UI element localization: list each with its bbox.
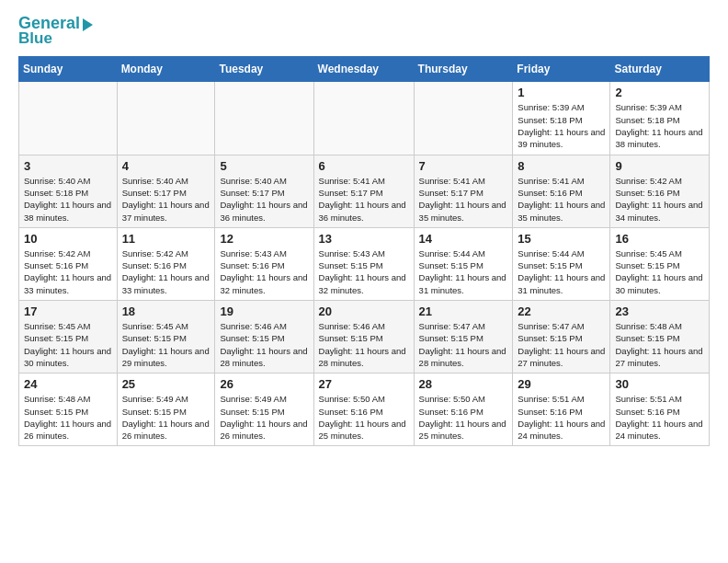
weekday-header-monday: Monday bbox=[117, 57, 215, 82]
day-number: 21 bbox=[419, 304, 508, 318]
day-number: 15 bbox=[518, 232, 605, 246]
day-number: 20 bbox=[319, 304, 409, 318]
calendar-table: SundayMondayTuesdayWednesdayThursdayFrid… bbox=[18, 56, 710, 446]
calendar-cell: 27Sunrise: 5:50 AM Sunset: 5:16 PM Dayli… bbox=[313, 373, 414, 446]
calendar-cell: 19Sunrise: 5:46 AM Sunset: 5:15 PM Dayli… bbox=[215, 301, 313, 373]
calendar-cell: 13Sunrise: 5:43 AM Sunset: 5:15 PM Dayli… bbox=[313, 227, 414, 300]
day-number: 11 bbox=[122, 232, 210, 246]
calendar-week-5: 24Sunrise: 5:48 AM Sunset: 5:15 PM Dayli… bbox=[19, 373, 710, 446]
logo: General Blue bbox=[18, 15, 93, 47]
calendar-cell: 5Sunrise: 5:40 AM Sunset: 5:17 PM Daylig… bbox=[215, 155, 313, 227]
day-number: 24 bbox=[24, 377, 112, 391]
day-number: 5 bbox=[220, 159, 308, 173]
calendar-cell: 24Sunrise: 5:48 AM Sunset: 5:15 PM Dayli… bbox=[19, 373, 118, 446]
day-number: 16 bbox=[615, 232, 704, 246]
calendar-cell bbox=[313, 82, 414, 155]
day-info: Sunrise: 5:49 AM Sunset: 5:15 PM Dayligh… bbox=[220, 393, 308, 442]
day-info: Sunrise: 5:45 AM Sunset: 5:15 PM Dayligh… bbox=[24, 320, 112, 369]
day-info: Sunrise: 5:49 AM Sunset: 5:15 PM Dayligh… bbox=[122, 393, 210, 442]
calendar-cell: 15Sunrise: 5:44 AM Sunset: 5:15 PM Dayli… bbox=[513, 227, 610, 300]
calendar-cell: 14Sunrise: 5:44 AM Sunset: 5:15 PM Dayli… bbox=[414, 227, 513, 300]
calendar-header-row: SundayMondayTuesdayWednesdayThursdayFrid… bbox=[19, 57, 710, 82]
calendar-cell: 30Sunrise: 5:51 AM Sunset: 5:16 PM Dayli… bbox=[610, 373, 710, 446]
calendar-week-2: 3Sunrise: 5:40 AM Sunset: 5:18 PM Daylig… bbox=[19, 155, 710, 227]
day-number: 14 bbox=[419, 232, 508, 246]
day-info: Sunrise: 5:47 AM Sunset: 5:15 PM Dayligh… bbox=[419, 320, 508, 369]
day-info: Sunrise: 5:44 AM Sunset: 5:15 PM Dayligh… bbox=[518, 247, 605, 296]
day-info: Sunrise: 5:42 AM Sunset: 5:16 PM Dayligh… bbox=[24, 247, 112, 296]
calendar-cell: 22Sunrise: 5:47 AM Sunset: 5:15 PM Dayli… bbox=[513, 301, 610, 373]
day-info: Sunrise: 5:41 AM Sunset: 5:16 PM Dayligh… bbox=[518, 175, 605, 224]
day-number: 28 bbox=[419, 377, 508, 391]
calendar-cell: 9Sunrise: 5:42 AM Sunset: 5:16 PM Daylig… bbox=[610, 155, 710, 227]
day-info: Sunrise: 5:40 AM Sunset: 5:17 PM Dayligh… bbox=[122, 175, 210, 224]
calendar-cell bbox=[215, 82, 313, 155]
calendar-cell: 7Sunrise: 5:41 AM Sunset: 5:17 PM Daylig… bbox=[414, 155, 513, 227]
calendar-cell: 1Sunrise: 5:39 AM Sunset: 5:18 PM Daylig… bbox=[513, 82, 610, 155]
day-number: 8 bbox=[518, 159, 605, 173]
calendar-cell: 28Sunrise: 5:50 AM Sunset: 5:16 PM Dayli… bbox=[414, 373, 513, 446]
calendar-cell: 23Sunrise: 5:48 AM Sunset: 5:15 PM Dayli… bbox=[610, 301, 710, 373]
day-info: Sunrise: 5:45 AM Sunset: 5:15 PM Dayligh… bbox=[122, 320, 210, 369]
day-number: 18 bbox=[122, 304, 210, 318]
day-number: 22 bbox=[518, 304, 605, 318]
calendar-cell: 10Sunrise: 5:42 AM Sunset: 5:16 PM Dayli… bbox=[19, 227, 118, 300]
calendar-cell: 11Sunrise: 5:42 AM Sunset: 5:16 PM Dayli… bbox=[117, 227, 215, 300]
day-number: 23 bbox=[615, 304, 704, 318]
day-number: 25 bbox=[122, 377, 210, 391]
day-info: Sunrise: 5:39 AM Sunset: 5:18 PM Dayligh… bbox=[518, 101, 605, 150]
day-number: 30 bbox=[615, 377, 704, 391]
calendar-cell: 25Sunrise: 5:49 AM Sunset: 5:15 PM Dayli… bbox=[117, 373, 215, 446]
day-info: Sunrise: 5:45 AM Sunset: 5:15 PM Dayligh… bbox=[615, 247, 704, 296]
calendar-week-1: 1Sunrise: 5:39 AM Sunset: 5:18 PM Daylig… bbox=[19, 82, 710, 155]
day-number: 4 bbox=[122, 159, 210, 173]
day-info: Sunrise: 5:42 AM Sunset: 5:16 PM Dayligh… bbox=[122, 247, 210, 296]
day-info: Sunrise: 5:51 AM Sunset: 5:16 PM Dayligh… bbox=[615, 393, 704, 442]
day-info: Sunrise: 5:48 AM Sunset: 5:15 PM Dayligh… bbox=[24, 393, 112, 442]
calendar-cell: 4Sunrise: 5:40 AM Sunset: 5:17 PM Daylig… bbox=[117, 155, 215, 227]
day-number: 17 bbox=[24, 304, 112, 318]
logo-text-line2: Blue bbox=[18, 30, 52, 48]
calendar-cell: 21Sunrise: 5:47 AM Sunset: 5:15 PM Dayli… bbox=[414, 301, 513, 373]
day-number: 7 bbox=[419, 159, 508, 173]
day-number: 29 bbox=[518, 377, 605, 391]
calendar-cell bbox=[117, 82, 215, 155]
calendar-week-4: 17Sunrise: 5:45 AM Sunset: 5:15 PM Dayli… bbox=[19, 301, 710, 373]
page: General Blue SundayMondayTuesdayWednesda… bbox=[0, 0, 728, 461]
calendar-cell: 17Sunrise: 5:45 AM Sunset: 5:15 PM Dayli… bbox=[19, 301, 118, 373]
day-number: 26 bbox=[220, 377, 308, 391]
calendar-cell: 18Sunrise: 5:45 AM Sunset: 5:15 PM Dayli… bbox=[117, 301, 215, 373]
day-number: 27 bbox=[319, 377, 409, 391]
day-info: Sunrise: 5:50 AM Sunset: 5:16 PM Dayligh… bbox=[419, 393, 508, 442]
weekday-header-thursday: Thursday bbox=[414, 57, 513, 82]
weekday-header-friday: Friday bbox=[513, 57, 610, 82]
day-info: Sunrise: 5:40 AM Sunset: 5:17 PM Dayligh… bbox=[220, 175, 308, 224]
calendar-cell: 20Sunrise: 5:46 AM Sunset: 5:15 PM Dayli… bbox=[313, 301, 414, 373]
day-number: 3 bbox=[24, 159, 112, 173]
calendar-cell: 26Sunrise: 5:49 AM Sunset: 5:15 PM Dayli… bbox=[215, 373, 313, 446]
day-number: 1 bbox=[518, 86, 605, 99]
day-number: 12 bbox=[220, 232, 308, 246]
day-info: Sunrise: 5:48 AM Sunset: 5:15 PM Dayligh… bbox=[615, 320, 704, 369]
calendar-cell bbox=[414, 82, 513, 155]
calendar-cell: 3Sunrise: 5:40 AM Sunset: 5:18 PM Daylig… bbox=[19, 155, 118, 227]
day-info: Sunrise: 5:41 AM Sunset: 5:17 PM Dayligh… bbox=[419, 175, 508, 224]
calendar-cell: 2Sunrise: 5:39 AM Sunset: 5:18 PM Daylig… bbox=[610, 82, 710, 155]
day-info: Sunrise: 5:41 AM Sunset: 5:17 PM Dayligh… bbox=[319, 175, 409, 224]
day-number: 19 bbox=[220, 304, 308, 318]
header: General Blue bbox=[18, 15, 710, 47]
calendar-cell: 29Sunrise: 5:51 AM Sunset: 5:16 PM Dayli… bbox=[513, 373, 610, 446]
calendar-cell: 16Sunrise: 5:45 AM Sunset: 5:15 PM Dayli… bbox=[610, 227, 710, 300]
calendar-cell: 6Sunrise: 5:41 AM Sunset: 5:17 PM Daylig… bbox=[313, 155, 414, 227]
calendar-cell bbox=[19, 82, 118, 155]
day-number: 6 bbox=[319, 159, 409, 173]
day-info: Sunrise: 5:43 AM Sunset: 5:16 PM Dayligh… bbox=[220, 247, 308, 296]
day-info: Sunrise: 5:51 AM Sunset: 5:16 PM Dayligh… bbox=[518, 393, 605, 442]
day-info: Sunrise: 5:46 AM Sunset: 5:15 PM Dayligh… bbox=[319, 320, 409, 369]
day-info: Sunrise: 5:39 AM Sunset: 5:18 PM Dayligh… bbox=[615, 101, 704, 150]
weekday-header-saturday: Saturday bbox=[610, 57, 710, 82]
weekday-header-tuesday: Tuesday bbox=[215, 57, 313, 82]
calendar-cell: 8Sunrise: 5:41 AM Sunset: 5:16 PM Daylig… bbox=[513, 155, 610, 227]
weekday-header-sunday: Sunday bbox=[19, 57, 118, 82]
calendar-week-3: 10Sunrise: 5:42 AM Sunset: 5:16 PM Dayli… bbox=[19, 227, 710, 300]
